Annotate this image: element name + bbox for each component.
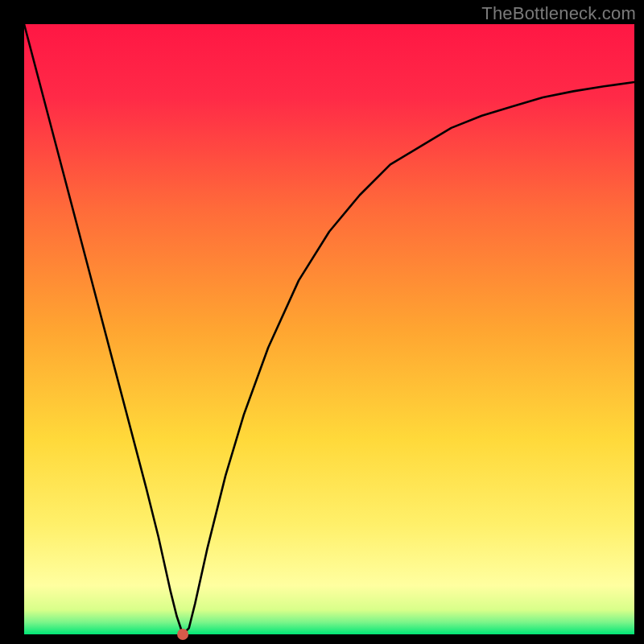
watermark-text: TheBottleneck.com <box>481 3 636 24</box>
bottleneck-chart <box>0 0 644 644</box>
optimal-point-marker <box>177 629 188 640</box>
plot-background <box>24 24 634 634</box>
chart-frame: TheBottleneck.com <box>0 0 644 644</box>
